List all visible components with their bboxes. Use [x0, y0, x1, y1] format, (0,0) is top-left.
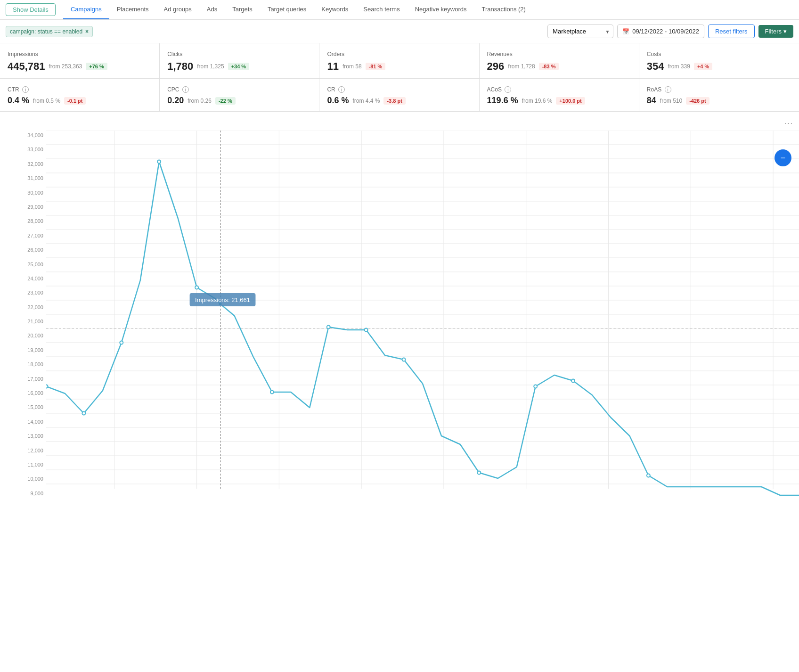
cr-info-icon[interactable]: i [338, 86, 345, 93]
ctr-label: CTR i [8, 86, 152, 93]
metrics-row-1: Impressions 445,781 from 253,363 +76 % C… [0, 43, 799, 79]
impressions-from: from 253,363 [49, 63, 82, 70]
cr-value: 0.6 % [327, 96, 349, 106]
marketplace-select-wrapper: Marketplace [547, 25, 613, 38]
metric-orders: Orders 11 from 58 -81 % [319, 43, 479, 78]
orders-label: Orders [327, 51, 471, 57]
metrics-row-2: CTR i 0.4 % from 0.5 % -0.1 pt CPC i 0.2… [0, 79, 799, 112]
svg-point-42 [327, 326, 330, 329]
svg-point-41 [270, 391, 274, 394]
svg-point-44 [402, 358, 406, 361]
show-details-button[interactable]: Show Details [6, 3, 56, 16]
ctr-info-icon[interactable]: i [22, 86, 29, 93]
metric-cr: CR i 0.6 % from 4.4 % -3.8 pt [319, 79, 479, 111]
chart-fab-button[interactable]: − [775, 149, 791, 166]
impressions-badge: +76 % [86, 63, 107, 70]
svg-point-35 [46, 385, 48, 388]
nav-tabs: Campaigns Placements Ad groups Ads Targe… [63, 0, 533, 19]
tab-targets[interactable]: Targets [225, 0, 260, 19]
y-label-28000: 28,000 [27, 218, 43, 224]
y-label-30000: 30,000 [27, 190, 43, 196]
chart-fab-icon: − [781, 153, 786, 163]
filters-button[interactable]: Filters ▾ [758, 25, 793, 38]
tab-placements[interactable]: Placements [109, 0, 156, 19]
acos-from: from 19.6 % [522, 98, 553, 104]
metric-acos: ACoS i 119.6 % from 19.6 % +100.0 pt [480, 79, 639, 111]
y-label-25000: 25,000 [27, 262, 43, 267]
tab-negative-keywords[interactable]: Negative keywords [408, 0, 474, 19]
revenues-value: 296 [487, 60, 505, 73]
tab-target-queries[interactable]: Target queries [260, 0, 314, 19]
y-label-15000: 15,000 [27, 404, 43, 410]
y-label-23000: 23,000 [27, 290, 43, 295]
roas-info-icon[interactable]: i [665, 86, 671, 93]
calendar-icon: 📅 [622, 28, 629, 35]
y-label-31000: 31,000 [27, 175, 43, 181]
filter-tag-text: campaign: status == enabled [10, 28, 82, 35]
tab-transactions[interactable]: Transactions (2) [474, 0, 533, 19]
cpc-info-icon[interactable]: i [182, 86, 189, 93]
y-label-32000: 32,000 [27, 161, 43, 167]
grid-lines [46, 131, 799, 484]
y-label-17000: 17,000 [27, 376, 43, 382]
tab-ad-groups[interactable]: Ad groups [156, 0, 199, 19]
tab-keywords[interactable]: Keywords [314, 0, 356, 19]
y-label-19000: 19,000 [27, 347, 43, 353]
cpc-label: CPC i [167, 86, 311, 93]
clicks-value: 1,780 [167, 60, 193, 73]
filters-button-label: Filters [765, 28, 782, 35]
y-label-11000: 11,000 [27, 462, 43, 467]
y-label-20000: 20,000 [27, 333, 43, 338]
roas-from: from 510 [660, 98, 682, 104]
svg-point-37 [120, 341, 123, 344]
chart-area: ··· 34,000 33,000 32,000 31,000 30,000 2… [0, 112, 799, 498]
reset-filters-button[interactable]: Reset filters [708, 25, 755, 38]
svg-point-48 [647, 474, 650, 477]
acos-info-icon[interactable]: i [505, 86, 511, 93]
cr-from: from 4.4 % [352, 98, 380, 104]
metric-revenues: Revenues 296 from 1,728 -83 % [480, 43, 639, 78]
impressions-label: Impressions [8, 51, 152, 57]
filter-tag-remove[interactable]: × [85, 28, 89, 35]
clicks-badge: +34 % [228, 63, 250, 70]
filter-bar: campaign: status == enabled × Marketplac… [0, 20, 799, 43]
chart-options-icon[interactable]: ··· [784, 119, 793, 128]
y-label-33000: 33,000 [27, 147, 43, 152]
acos-badge: +100.0 pt [556, 97, 585, 105]
clicks-from: from 1,325 [197, 63, 224, 70]
metric-ctr: CTR i 0.4 % from 0.5 % -0.1 pt [0, 79, 160, 111]
y-label-29000: 29,000 [27, 204, 43, 210]
tab-search-terms[interactable]: Search terms [356, 0, 407, 19]
metric-costs: Costs 354 from 339 +4 % [639, 43, 799, 78]
y-label-12000: 12,000 [27, 448, 43, 453]
svg-text:Impressions: 21,661: Impressions: 21,661 [195, 296, 250, 303]
y-label-34000: 34,000 [27, 132, 43, 138]
cr-label: CR i [327, 86, 471, 93]
filter-actions: Marketplace 📅 09/12/2022 - 10/09/2022 Re… [547, 25, 793, 38]
costs-label: Costs [647, 51, 791, 57]
revenues-label: Revenues [487, 51, 631, 57]
roas-label: RoAS i [647, 86, 791, 93]
ctr-from: from 0.5 % [33, 98, 60, 104]
y-label-16000: 16,000 [27, 390, 43, 396]
metric-impressions: Impressions 445,781 from 253,363 +76 % [0, 43, 160, 78]
orders-from: from 58 [342, 63, 362, 70]
revenues-from: from 1,728 [508, 63, 535, 70]
ctr-badge: -0.1 pt [64, 97, 86, 105]
y-label-14000: 14,000 [27, 419, 43, 425]
line-chart-svg: Impressions: 21,661 [46, 131, 799, 498]
tab-campaigns[interactable]: Campaigns [63, 0, 109, 19]
tab-ads[interactable]: Ads [199, 0, 225, 19]
y-label-26000: 26,000 [27, 247, 43, 253]
y-label-13000: 13,000 [27, 433, 43, 439]
cpc-badge: -22 % [215, 97, 236, 105]
acos-value: 119.6 % [487, 96, 518, 106]
svg-point-39 [195, 286, 198, 289]
y-label-24000: 24,000 [27, 276, 43, 281]
y-label-21000: 21,000 [27, 319, 43, 324]
clicks-label: Clicks [167, 51, 311, 57]
date-range-picker[interactable]: 📅 09/12/2022 - 10/09/2022 [617, 25, 704, 38]
y-axis: 34,000 33,000 32,000 31,000 30,000 29,00… [24, 131, 46, 498]
marketplace-select[interactable]: Marketplace [547, 25, 613, 38]
acos-label: ACoS i [487, 86, 631, 93]
